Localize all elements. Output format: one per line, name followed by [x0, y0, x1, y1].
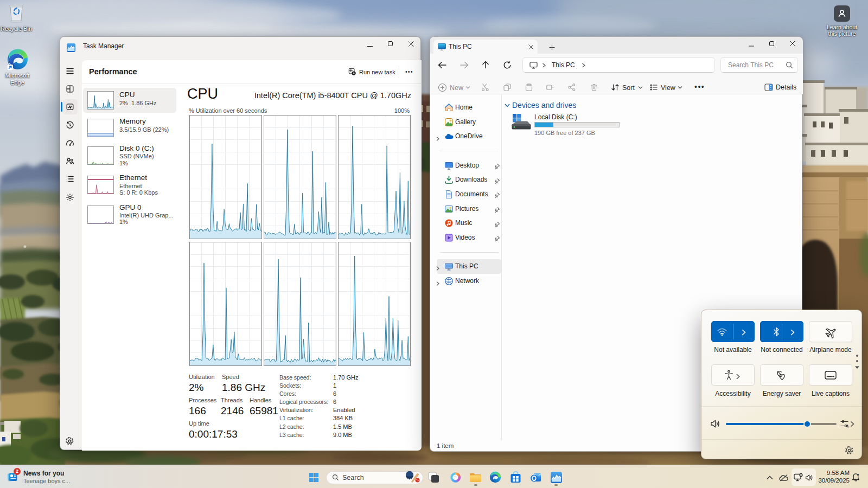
svg-text:z: z	[857, 473, 859, 477]
